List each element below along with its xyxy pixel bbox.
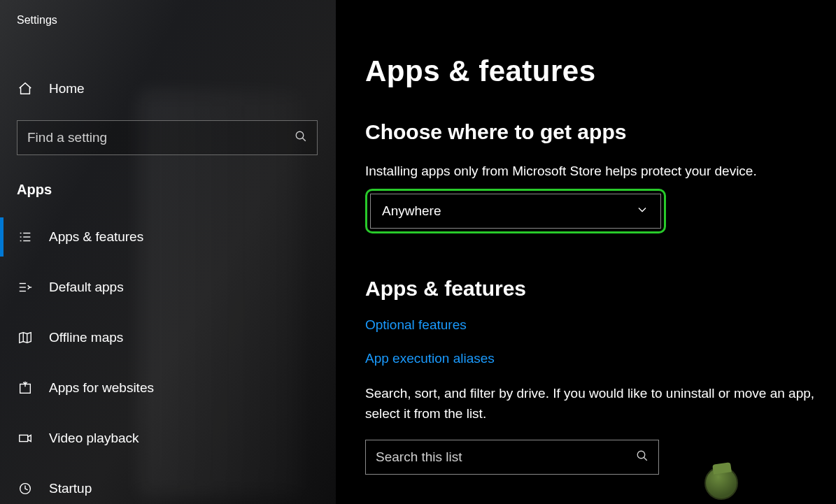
startup-icon	[17, 480, 34, 497]
sidebar-item-label: Apps & features	[49, 229, 143, 245]
sidebar-item-startup[interactable]: Startup	[0, 463, 336, 504]
app-source-dropdown[interactable]: Anywhere	[370, 194, 661, 229]
avatar	[704, 466, 738, 500]
apps-list-helper: Search, sort, and filter by drive. If yo…	[365, 383, 822, 424]
sidebar-item-label: Apps for websites	[49, 380, 154, 396]
sidebar-item-apps-features[interactable]: Apps & features	[0, 212, 336, 262]
link-optional-features[interactable]: Optional features	[365, 317, 467, 333]
video-icon	[17, 430, 34, 447]
svg-marker-17	[28, 435, 31, 441]
sidebar-item-label: Video playback	[49, 431, 139, 446]
nav-home-label: Home	[49, 81, 85, 96]
home-icon	[17, 80, 34, 97]
link-app-execution-aliases[interactable]: App execution aliases	[365, 351, 495, 366]
svg-point-0	[296, 131, 304, 139]
search-icon	[636, 449, 649, 465]
sidebar-search[interactable]	[17, 120, 318, 155]
choose-apps-helper: Installing apps only from Microsoft Stor…	[365, 164, 822, 179]
chevron-down-icon	[635, 203, 649, 220]
svg-line-20	[644, 457, 647, 461]
svg-rect-16	[20, 435, 28, 441]
sidebar: Settings Home Apps Apps & features	[0, 0, 336, 504]
sidebar-item-label: Startup	[49, 481, 92, 496]
apps-list-search[interactable]	[365, 440, 659, 475]
sidebar-item-label: Offline maps	[49, 330, 123, 345]
sidebar-search-input[interactable]	[27, 130, 295, 145]
svg-line-1	[302, 138, 306, 141]
main-content: Apps & features Choose where to get apps…	[336, 0, 836, 504]
launch-icon	[17, 380, 34, 396]
page-title: Apps & features	[365, 55, 822, 88]
window-title: Settings	[0, 10, 336, 27]
nav-home[interactable]: Home	[0, 70, 336, 108]
sidebar-item-label: Default apps	[49, 280, 124, 295]
dropdown-value: Anywhere	[382, 203, 441, 219]
annotation-highlight: Anywhere	[365, 189, 666, 233]
defaults-icon	[17, 279, 34, 296]
sidebar-item-video-playback[interactable]: Video playback	[0, 413, 336, 463]
svg-point-19	[637, 451, 645, 459]
apps-list-search-input[interactable]	[376, 449, 636, 465]
sidebar-item-offline-maps[interactable]: Offline maps	[0, 312, 336, 363]
apps-features-heading: Apps & features	[365, 277, 822, 301]
choose-apps-heading: Choose where to get apps	[365, 120, 822, 144]
sidebar-item-default-apps[interactable]: Default apps	[0, 262, 336, 312]
map-icon	[17, 329, 34, 346]
list-icon	[17, 229, 34, 245]
search-icon	[295, 130, 307, 145]
sidebar-section-label: Apps	[0, 161, 336, 212]
sidebar-item-apps-websites[interactable]: Apps for websites	[0, 363, 336, 413]
